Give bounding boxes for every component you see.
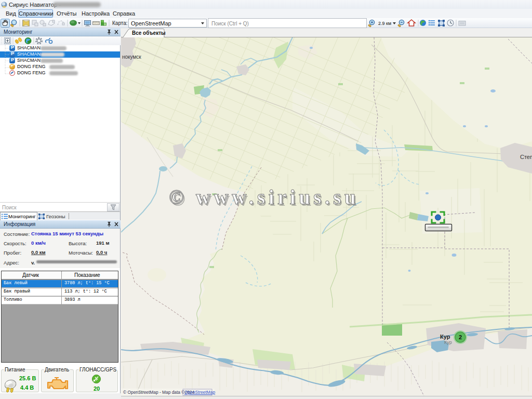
svg-text:Все объекты: Все объекты (132, 30, 166, 36)
svg-text:OpenStreetMap: OpenStreetMap (184, 390, 215, 395)
svg-text:Степ: Степ (520, 154, 532, 160)
svg-text:2: 2 (459, 334, 462, 340)
svg-text:© www.sirius.su: © www.sirius.su (169, 186, 359, 208)
svg-text:Кур: Кур (440, 334, 450, 340)
svg-text:© OpenStreetMap - Map data ©20: © OpenStreetMap - Map data ©2024 (123, 390, 194, 395)
svg-text:нокумск: нокумск (122, 54, 141, 60)
svg-text:Кур: Кур (444, 340, 452, 345)
